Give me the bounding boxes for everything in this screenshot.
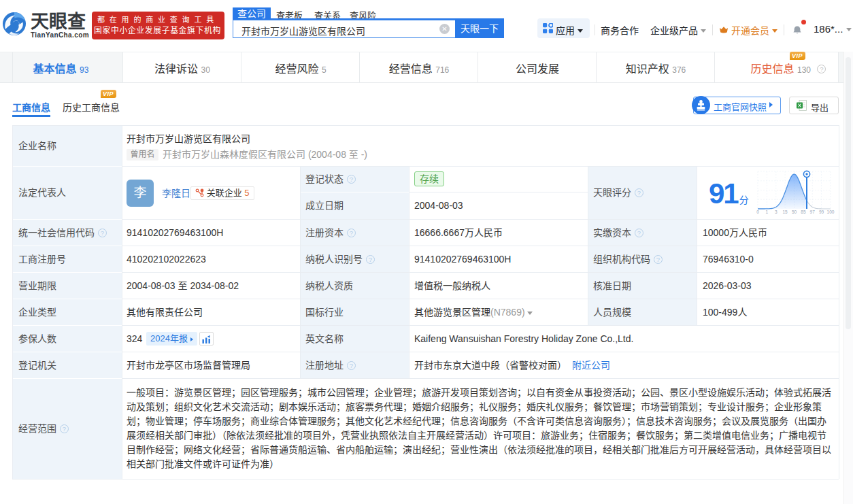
svg-text:99: 99 [819, 209, 824, 214]
svg-text:50: 50 [792, 209, 797, 214]
svg-text:3: 3 [775, 209, 777, 214]
svg-text:100: 100 [827, 209, 835, 214]
svg-text:85: 85 [801, 209, 806, 214]
svg-text:0: 0 [756, 209, 759, 214]
svg-text:1: 1 [766, 209, 769, 214]
svg-text:97: 97 [810, 209, 816, 214]
svg-text:15: 15 [782, 209, 788, 214]
